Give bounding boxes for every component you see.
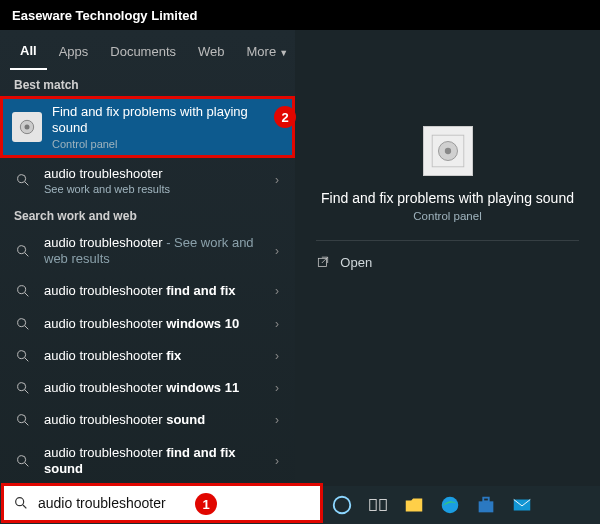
svg-point-8 [18,318,26,326]
search-icon [12,243,34,259]
chevron-down-icon: ▼ [279,48,288,58]
search-icon [4,495,38,511]
search-left-pane: All Apps Documents Web More▼ E ··· ✕ Bes… [0,30,295,524]
tab-documents[interactable]: Documents [100,34,186,69]
svg-line-11 [25,358,28,361]
svg-line-5 [25,253,28,256]
suggestion-text: audio troubleshooter find and fix [44,283,265,299]
search-icon [12,348,34,364]
tab-all[interactable]: All [10,33,47,70]
tab-web[interactable]: Web [188,34,235,69]
chevron-right-icon: › [275,454,283,468]
svg-rect-30 [483,498,489,502]
suggestion-item[interactable]: audio troubleshooter windows 10› [0,308,295,340]
search-icon [12,380,34,396]
taskbar-cortana-icon[interactable] [330,493,354,517]
suggestion-text: audio troubleshooter windows 10 [44,316,265,332]
taskbar-mail-icon[interactable] [510,493,534,517]
svg-line-3 [25,182,28,185]
preview-pane: Find and fix problems with playing sound… [295,30,600,524]
suggestion-text: audio troubleshooter find and fix sound [44,445,265,478]
best-match-subtitle: Control panel [52,138,283,150]
svg-line-33 [23,505,26,508]
taskbar-taskview-icon[interactable] [366,493,390,517]
taskbar-edge-icon[interactable] [438,493,462,517]
svg-rect-26 [370,500,376,511]
suggestion-item[interactable]: audio troubleshooter find and fix› [0,275,295,307]
window-titlebar: Easeware Technology Limited [0,0,600,30]
svg-line-17 [25,463,28,466]
taskbar-explorer-icon[interactable] [402,493,426,517]
window-title: Easeware Technology Limited [12,8,197,23]
result-list: Find and fix problems with playing sound… [0,96,295,524]
svg-rect-27 [380,500,386,511]
svg-point-32 [16,498,24,506]
search-icon [12,283,34,299]
search-icon [12,172,34,188]
svg-point-14 [18,415,26,423]
tab-apps[interactable]: Apps [49,34,99,69]
suggestion-text: audio troubleshooter windows 11 [44,380,265,396]
control-panel-icon [12,112,42,142]
chevron-right-icon: › [275,284,283,298]
chevron-right-icon: › [275,381,283,395]
svg-line-13 [25,390,28,393]
chevron-right-icon: › [275,244,283,258]
suggestion-text: audio troubleshooter - See work and web … [44,235,265,268]
search-input[interactable] [38,495,320,511]
open-label: Open [340,255,372,270]
best-match-result[interactable]: Find and fix problems with playing sound… [0,96,295,158]
svg-point-22 [444,148,450,154]
best-match-title: Find and fix problems with playing sound [52,104,283,137]
svg-point-1 [25,124,30,129]
suggestion-item[interactable]: audio troubleshooter find and fix sound› [0,437,295,486]
suggestion-item[interactable]: audio troubleshooter sound› [0,404,295,436]
search-tabs: All Apps Documents Web More▼ E ··· ✕ [0,30,295,72]
preview-title: Find and fix problems with playing sound [309,190,586,206]
search-bar[interactable] [4,486,320,520]
svg-point-2 [18,175,26,183]
taskbar-store-icon[interactable] [474,493,498,517]
svg-rect-29 [479,501,494,512]
svg-point-10 [18,351,26,359]
annotation-badge-1: 1 [195,493,217,515]
svg-line-15 [25,422,28,425]
tab-more[interactable]: More▼ [237,34,299,69]
svg-point-12 [18,383,26,391]
svg-point-16 [18,455,26,463]
annotation-badge-2: 2 [274,106,296,128]
svg-point-25 [334,497,351,514]
chevron-right-icon: › [275,317,283,331]
preview-subtitle: Control panel [413,210,481,222]
open-action[interactable]: Open [316,241,578,284]
chevron-right-icon: › [275,173,283,187]
search-icon [12,412,34,428]
open-icon [316,256,330,270]
svg-point-4 [18,246,26,254]
suggestion-text: audio troubleshooter sound [44,412,265,428]
section-search-web: Search work and web [0,203,295,227]
section-best-match: Best match [0,72,295,96]
chevron-right-icon: › [275,413,283,427]
search-icon [12,316,34,332]
search-icon [12,453,34,469]
preview-icon [423,126,473,176]
suggestion-item[interactable]: audio troubleshooter - See work and web … [0,227,295,276]
svg-point-6 [18,286,26,294]
suggestion-item[interactable]: audio troubleshooter windows 11› [0,372,295,404]
suggestion-text: audio troubleshooter fix [44,348,265,364]
web-top-subtitle: See work and web results [44,183,265,195]
chevron-right-icon: › [275,349,283,363]
suggestion-item[interactable]: audio troubleshooter fix› [0,340,295,372]
web-top-title: audio troubleshooter [44,166,265,182]
web-search-top-result[interactable]: audio troubleshooter See work and web re… [0,158,295,203]
svg-line-7 [25,293,28,296]
svg-line-9 [25,326,28,329]
